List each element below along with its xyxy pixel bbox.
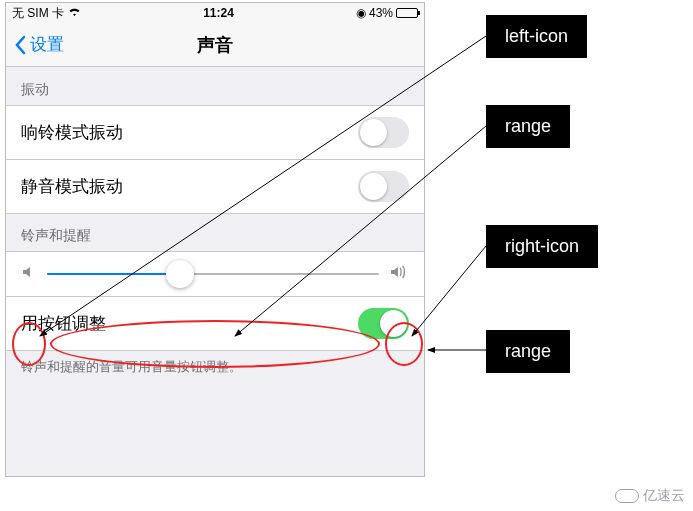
silent-vibrate-toggle[interactable] xyxy=(358,171,409,202)
ring-vibrate-toggle[interactable] xyxy=(358,117,409,148)
wifi-icon xyxy=(68,6,81,20)
battery-pct: 43% xyxy=(369,6,393,20)
button-adjust-label: 用按钮调整 xyxy=(21,312,106,335)
button-adjust-toggle[interactable] xyxy=(358,308,409,339)
back-button[interactable]: 设置 xyxy=(6,33,64,56)
nav-bar: 设置 声音 xyxy=(6,23,424,67)
volume-slider-row xyxy=(6,251,424,297)
watermark-text: 亿速云 xyxy=(643,487,685,505)
silent-vibrate-row[interactable]: 静音模式振动 xyxy=(6,159,424,214)
button-adjust-row[interactable]: 用按钮调整 xyxy=(6,296,424,351)
ios-settings-screen: 无 SIM 卡 11:24 ◉ 43% 设置 声音 振动 响铃模式振动 静音模式… xyxy=(5,2,425,477)
volume-slider[interactable] xyxy=(47,273,379,275)
silent-vibrate-label: 静音模式振动 xyxy=(21,175,123,198)
status-time: 11:24 xyxy=(81,6,356,20)
chevron-left-icon xyxy=(14,35,26,55)
back-label: 设置 xyxy=(30,33,64,56)
cloud-icon xyxy=(615,489,639,503)
carrier-text: 无 SIM 卡 xyxy=(12,5,64,22)
annotation-label-right-icon: right-icon xyxy=(486,225,598,268)
annotation-label-range-2: range xyxy=(486,330,570,373)
status-bar: 无 SIM 卡 11:24 ◉ 43% xyxy=(6,3,424,23)
battery-icon xyxy=(396,8,418,18)
ring-vibrate-row[interactable]: 响铃模式振动 xyxy=(6,105,424,160)
footer-text: 铃声和提醒的音量可用音量按钮调整。 xyxy=(6,350,424,384)
ringer-header: 铃声和提醒 xyxy=(6,213,424,251)
speaker-high-icon xyxy=(389,264,409,284)
annotation-label-left-icon: left-icon xyxy=(486,15,587,58)
ring-vibrate-label: 响铃模式振动 xyxy=(21,121,123,144)
alarm-icon: ◉ xyxy=(356,6,366,20)
vibration-header: 振动 xyxy=(6,67,424,105)
speaker-low-icon xyxy=(21,264,37,284)
page-title: 声音 xyxy=(6,33,424,57)
watermark: 亿速云 xyxy=(615,487,685,505)
annotation-label-range-1: range xyxy=(486,105,570,148)
